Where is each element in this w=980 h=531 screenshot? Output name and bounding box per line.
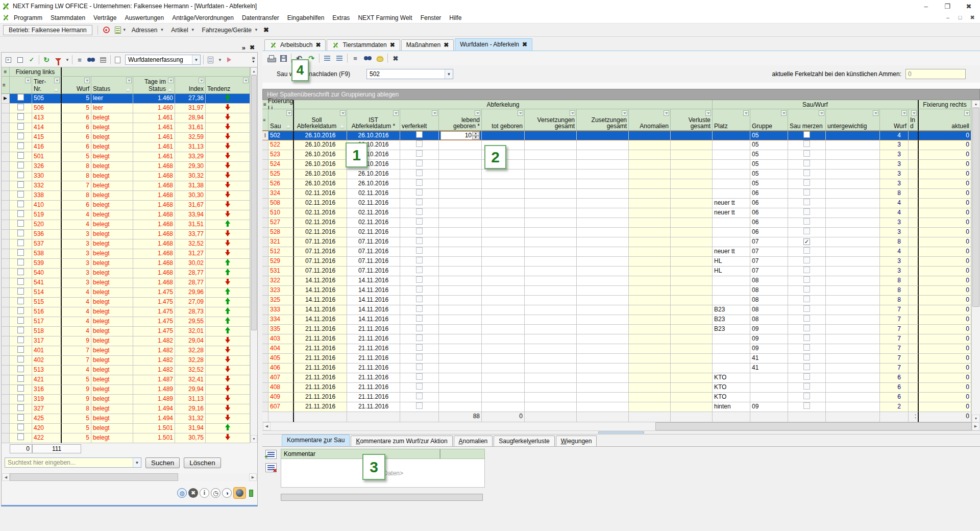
animal-row-413[interactable]: 4136belegt1.46128,94 [2,113,250,123]
cell-tage-im-status[interactable]: 1.468 [133,220,175,230]
cell-status[interactable]: belegt [91,433,133,443]
cell-sau[interactable]: 510 [268,208,294,218]
row-checkbox[interactable] [17,317,24,324]
cell-sau-merzen[interactable] [788,228,826,237]
menu-item-stammdaten[interactable]: Stammdaten [46,13,89,22]
cell-tage-im-status[interactable]: 1.468 [133,259,175,269]
scrollbar-track[interactable] [251,330,257,435]
cell-versetzungen-gesamt[interactable] [525,131,577,140]
cell-wurf[interactable]: 3 [880,218,909,228]
wurf-row-408[interactable]: 40821.11.201621.11.2016KTO60 [262,383,971,393]
cell-anomalien[interactable] [629,373,671,383]
cell-tendenz[interactable] [206,414,250,424]
scroll-down-icon[interactable]: ▼ [251,435,257,443]
cell-ind[interactable] [909,170,919,179]
cell-index[interactable]: 31,38 [175,181,206,191]
cell-gruppe[interactable]: 06 [750,218,788,228]
cell-tier-nr-[interactable]: 327 [32,404,62,414]
cell-index[interactable]: 28,77 [175,278,206,288]
cell-wurf[interactable]: 4 [62,220,91,230]
animal-row-541[interactable]: 5413belegt1.46828,77 [2,278,250,288]
filter-icon[interactable] [664,110,669,116]
cell-tage-im-status[interactable]: 1.461 [133,123,175,133]
cell-wurf[interactable]: 5 [62,94,91,104]
cell-tage-im-status[interactable]: 1.494 [133,404,175,414]
cell-verferkelt[interactable] [400,344,439,354]
cell-index[interactable]: 30,02 [175,259,206,269]
wurf-row-525[interactable]: 52526.10.201626.10.20160530 [262,170,971,179]
wurf-row-527[interactable]: 52702.11.201602.11.20160630 [262,218,971,228]
cell-tendenz[interactable] [206,123,250,133]
cell-zusetzungen-gesamt[interactable] [577,140,629,150]
row-checkbox[interactable] [17,162,24,168]
cell-verluste-gesamt[interactable] [671,354,713,364]
cell-verluste-gesamt[interactable] [671,315,713,325]
cell-sau[interactable]: 321 [268,237,294,247]
cell-gruppe[interactable]: 09 [750,344,788,354]
cell-sau-merzen[interactable] [788,140,826,150]
cell-status[interactable]: belegt [91,181,133,191]
animal-row-425[interactable]: 4255belegt1.49431,32 [2,414,250,424]
cell-verferkelt[interactable] [400,208,439,218]
cell-versetzungen-gesamt[interactable] [525,140,577,150]
cell-anomalien[interactable] [629,208,671,218]
cell-wurf[interactable]: 3 [880,179,909,189]
filter-dropdown-icon[interactable]: ▼ [65,58,69,62]
cell-aktuell[interactable]: 0 [919,393,971,402]
group-by-drop-area[interactable]: Hier Spaltenüberschrift zur Gruppierung … [262,89,980,100]
cell-tage-im-status[interactable]: 1.461 [133,152,175,162]
cell-sau[interactable]: 322 [268,276,294,286]
menu-item-next-farming-welt[interactable]: NEXT Farming Welt [354,13,416,22]
row-checkbox[interactable] [17,133,24,139]
filter-icon[interactable] [393,110,399,116]
cell-anomalien[interactable] [629,286,671,296]
cell-platz[interactable]: KTO [713,383,750,393]
sau-merzen-checkbox[interactable] [803,199,810,205]
cell-wurf[interactable]: 8 [880,276,909,286]
edit-view-button[interactable] [206,55,215,64]
cell-platz[interactable] [713,170,750,179]
cell-tage-im-status[interactable]: 1.475 [133,317,175,327]
close-view-button[interactable]: ✖ [391,54,400,63]
animal-row-540[interactable]: 5403belegt1.46828,77 [2,269,250,278]
cell-wurf[interactable]: 7 [62,181,91,191]
cell-status[interactable]: belegt [91,356,133,366]
cell-verluste-gesamt[interactable] [671,228,713,237]
cell-verluste-gesamt[interactable] [671,296,713,305]
cell-tot-geboren[interactable] [482,276,525,286]
cell-versetzungen-gesamt[interactable] [525,228,577,237]
cell-untergewichtig[interactable] [826,208,880,218]
cell-tot-geboren[interactable] [482,334,525,344]
cell-untergewichtig[interactable] [826,344,880,354]
cell-tendenz[interactable] [206,288,250,298]
cell-soll-abferkeldatum[interactable]: 02.11.2016 [294,189,347,199]
cell-versetzungen-gesamt[interactable] [525,344,577,354]
animal-row-421[interactable]: 4215belegt1.48732,41 [2,375,250,385]
wurf-row-531[interactable]: 53107.11.201607.11.2016HL0730 [262,267,971,276]
scrollbar-track[interactable] [271,422,655,430]
verferkelt-checkbox[interactable] [416,218,423,225]
select-none-button[interactable]: × [4,55,13,64]
cell-tage-im-status[interactable]: 1.489 [133,385,175,395]
column-header-ist-abferkeldatum-[interactable]: IST Abferkeldatum * [347,109,400,131]
cell-verluste-gesamt[interactable] [671,179,713,189]
column-header-lebend-geboren-[interactable]: lebend geboren * [439,109,482,131]
cell-sau-merzen[interactable]: ✓ [788,237,826,247]
cell-platz[interactable]: hinten [713,402,750,412]
cell-ind[interactable] [909,325,919,334]
row-checkbox[interactable] [17,201,24,207]
cell-ind[interactable] [909,199,919,208]
cell-tier-nr-[interactable]: 515 [32,298,62,307]
column-header-verluste-gesamt[interactable]: Verluste gesamt [671,109,713,131]
cell-soll-abferkeldatum[interactable]: 14.11.2016 [294,296,347,305]
cell-untergewichtig[interactable] [826,354,880,364]
row-select-cell[interactable] [10,356,32,366]
cell-tier-nr-[interactable]: 326 [32,162,62,172]
cell-wurf[interactable]: 5 [62,414,91,424]
row-checkbox[interactable] [17,220,24,227]
cell-index[interactable]: 29,94 [175,385,206,395]
row-checkbox[interactable] [17,172,24,178]
row-select-cell[interactable] [10,327,32,336]
cell-tier-nr-[interactable]: 401 [32,346,62,356]
cell-versetzungen-gesamt[interactable] [525,237,577,247]
